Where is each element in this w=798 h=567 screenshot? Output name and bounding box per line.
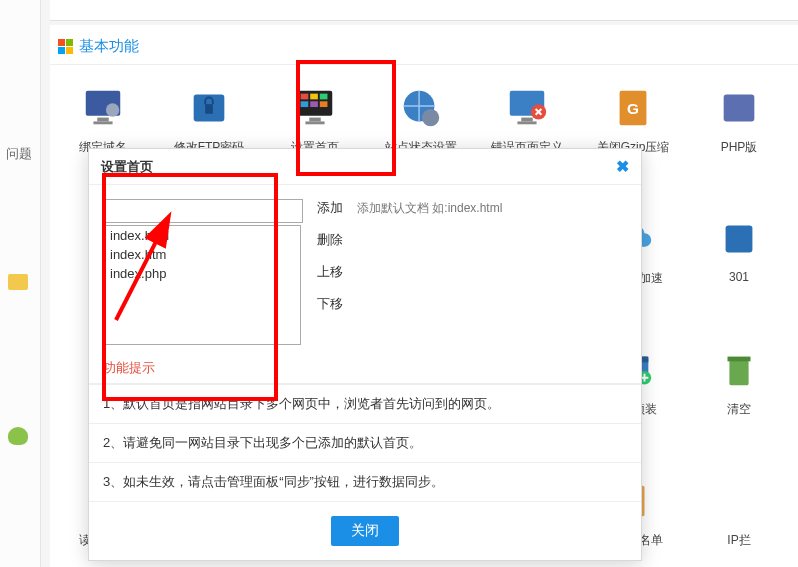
app-site-status[interactable]: 站点状态设置: [368, 85, 474, 156]
svg-rect-1: [97, 118, 109, 122]
svg-rect-11: [310, 101, 318, 107]
php-icon: [716, 85, 762, 131]
add-hint: 添加默认文档 如:index.html: [357, 200, 502, 217]
svg-rect-19: [517, 121, 536, 124]
ipblock-icon: [716, 478, 762, 524]
svg-rect-7: [301, 94, 309, 100]
move-up-button[interactable]: 上移: [317, 263, 502, 281]
app-301-redirect[interactable]: 301: [686, 216, 792, 287]
move-down-button[interactable]: 下移: [317, 295, 502, 313]
svg-rect-12: [320, 101, 328, 107]
top-header: [50, 0, 798, 21]
app-ip-block[interactable]: IP拦: [686, 478, 792, 549]
svg-rect-18: [521, 118, 533, 122]
tip-item: 2、请避免同一网站目录下出现多个已添加的默认首页。: [89, 423, 641, 462]
app-set-homepage[interactable]: 设置首页: [262, 85, 368, 156]
list-item[interactable]: index.html: [104, 226, 300, 245]
svg-rect-10: [301, 101, 309, 107]
svg-point-16: [422, 109, 439, 126]
app-label: IP拦: [727, 532, 750, 549]
modal-title: 设置首页: [101, 158, 153, 176]
homepage-list[interactable]: index.html index.htm index.php: [103, 225, 301, 345]
section-title: 基本功能: [50, 25, 798, 65]
svg-rect-5: [205, 104, 213, 114]
lock-card-icon: [186, 85, 232, 131]
gzip-icon: G: [610, 85, 656, 131]
svg-rect-14: [305, 121, 324, 124]
app-clear[interactable]: 清空: [686, 347, 792, 418]
trash-icon: [716, 347, 762, 393]
svg-rect-29: [728, 357, 751, 362]
tip-item: 3、如未生效，请点击管理面板“同步”按钮，进行数据同步。: [89, 462, 641, 501]
list-item[interactable]: index.php: [104, 264, 300, 283]
add-button[interactable]: 添加: [317, 199, 343, 217]
sidebar-icon-1[interactable]: [8, 274, 28, 290]
monitor-error-icon: [504, 85, 550, 131]
svg-rect-28: [729, 360, 748, 385]
sidebar-icon-2[interactable]: [8, 427, 28, 445]
section-title-text: 基本功能: [79, 37, 139, 56]
modal-close-button[interactable]: ✖: [616, 157, 629, 176]
app-php-version[interactable]: PHP版: [686, 85, 792, 156]
tip-item: 1、默认首页是指网站目录下多个网页中，浏览者首先访问到的网页。: [89, 384, 641, 423]
app-label: 301: [729, 270, 749, 284]
svg-point-3: [106, 103, 119, 116]
app-error-page[interactable]: 错误页面定义: [474, 85, 580, 156]
svg-text:G: G: [627, 100, 639, 117]
svg-rect-2: [93, 121, 112, 124]
app-gzip[interactable]: G 关闭Gzip压缩: [580, 85, 686, 156]
svg-rect-24: [726, 226, 753, 253]
app-label: PHP版: [721, 139, 758, 156]
delete-button[interactable]: 删除: [317, 231, 502, 249]
modal-header: 设置首页 ✖: [89, 149, 641, 185]
grid-icon: [58, 39, 73, 54]
app-ftp-password[interactable]: 修改FTP密码: [156, 85, 262, 156]
modal-body: index.html index.htm index.php 添加 添加默认文档…: [89, 185, 641, 349]
svg-rect-23: [724, 95, 755, 122]
monitor-gear-icon: [80, 85, 126, 131]
close-button[interactable]: 关闭: [331, 516, 399, 546]
redirect-icon: [716, 216, 762, 262]
app-bind-domain[interactable]: 绑定域名: [50, 85, 156, 156]
monitor-tiles-icon: [292, 85, 338, 131]
globe-gear-icon: [398, 85, 444, 131]
svg-rect-9: [320, 94, 328, 100]
homepage-input[interactable]: [103, 199, 303, 223]
app-label: 清空: [727, 401, 751, 418]
list-item[interactable]: index.htm: [104, 245, 300, 264]
svg-rect-8: [310, 94, 318, 100]
homepage-modal: 设置首页 ✖ index.html index.htm index.php 添加…: [88, 148, 642, 561]
svg-rect-13: [309, 118, 321, 122]
tips-title: 功能提示: [89, 349, 641, 383]
sidebar-label: 问题: [6, 145, 32, 163]
modal-footer: 关闭: [89, 501, 641, 560]
tips-list: 1、默认首页是指网站目录下多个网页中，浏览者首先访问到的网页。 2、请避免同一网…: [89, 383, 641, 501]
